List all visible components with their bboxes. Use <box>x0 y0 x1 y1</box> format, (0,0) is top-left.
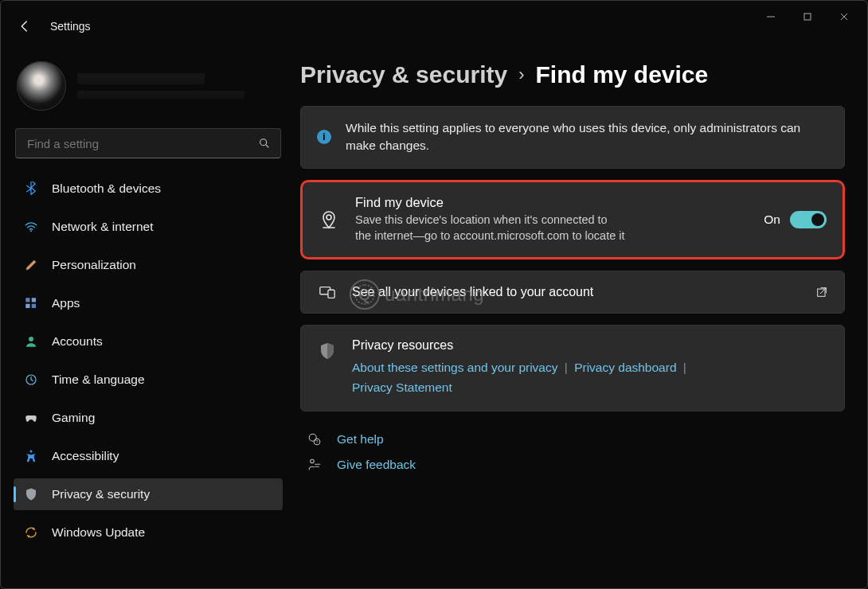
sidebar-item-label: Gaming <box>52 411 95 425</box>
sidebar: Bluetooth & devices Network & internet P… <box>1 41 295 588</box>
svg-text:?: ? <box>315 439 319 444</box>
open-external-icon <box>815 286 828 298</box>
sidebar-item-label: Privacy & security <box>52 487 150 501</box>
give-feedback-link[interactable]: Give feedback <box>307 458 845 472</box>
user-profile[interactable] <box>12 53 284 125</box>
sidebar-item-apps[interactable]: Apps <box>14 287 283 319</box>
find-my-device-toggle[interactable] <box>790 211 827 228</box>
setting-subtitle: Save this device's location when it's co… <box>355 212 626 244</box>
devices-icon <box>317 284 338 300</box>
nav-list: Bluetooth & devices Network & internet P… <box>12 170 284 552</box>
location-pin-icon <box>319 212 339 228</box>
sidebar-item-label: Bluetooth & devices <box>52 181 161 196</box>
info-text: While this setting applies to everyone w… <box>346 119 828 155</box>
sidebar-item-accounts[interactable]: Accounts <box>14 326 283 357</box>
linked-devices-label: See all your devices linked to your acco… <box>352 285 593 299</box>
maximize-button[interactable] <box>789 4 826 29</box>
svg-rect-10 <box>32 304 36 308</box>
svg-rect-9 <box>25 304 29 308</box>
toggle-label: On <box>764 213 780 227</box>
find-my-device-card: Find my device Save this device's locati… <box>300 180 845 259</box>
breadcrumb-parent[interactable]: Privacy & security <box>300 61 507 88</box>
search-input[interactable] <box>25 136 258 151</box>
info-icon: i <box>317 130 331 144</box>
sidebar-item-windows-update[interactable]: Windows Update <box>14 517 283 548</box>
svg-point-14 <box>326 215 331 220</box>
close-button[interactable] <box>826 4 862 29</box>
sidebar-item-label: Windows Update <box>52 525 145 540</box>
sidebar-item-label: Network & internet <box>52 220 154 234</box>
search-icon <box>258 137 271 150</box>
svg-point-4 <box>260 139 267 146</box>
give-feedback-label: Give feedback <box>337 458 416 472</box>
user-email-placeholder <box>77 91 244 99</box>
sidebar-item-label: Time & language <box>52 373 145 387</box>
sidebar-item-personalization[interactable]: Personalization <box>14 249 283 281</box>
svg-point-6 <box>30 230 32 232</box>
resource-link-statement[interactable]: Privacy Statement <box>352 380 452 394</box>
svg-rect-8 <box>32 298 36 302</box>
sidebar-item-label: Personalization <box>52 258 136 272</box>
sidebar-item-bluetooth-devices[interactable]: Bluetooth & devices <box>14 173 283 205</box>
resource-link-dashboard[interactable]: Privacy dashboard <box>574 361 676 374</box>
svg-line-5 <box>266 145 268 147</box>
svg-rect-16 <box>328 290 334 298</box>
linked-devices-card[interactable]: See all your devices linked to your acco… <box>300 271 845 314</box>
sidebar-item-network-internet[interactable]: Network & internet <box>14 211 283 243</box>
wifi-icon <box>23 219 39 235</box>
search-box[interactable] <box>15 128 281 158</box>
person-icon <box>23 334 39 349</box>
svg-rect-1 <box>804 14 811 20</box>
sidebar-item-label: Accessibility <box>52 449 119 463</box>
sidebar-item-accessibility[interactable]: Accessibility <box>14 440 283 472</box>
gamepad-icon <box>23 410 39 426</box>
setting-title: Find my device <box>355 195 626 210</box>
avatar <box>17 61 66 111</box>
user-name-placeholder <box>77 73 205 84</box>
info-banner: i While this setting applies to everyone… <box>300 106 845 169</box>
minimize-button[interactable] <box>753 4 789 29</box>
feedback-icon <box>307 458 323 472</box>
bluetooth-icon <box>23 181 39 197</box>
svg-point-11 <box>29 337 33 341</box>
sidebar-item-label: Apps <box>52 296 80 310</box>
apps-icon <box>23 295 39 311</box>
resources-title: Privacy resources <box>352 338 828 353</box>
resource-link-about[interactable]: About these settings and your privacy <box>352 361 557 374</box>
shield-icon <box>317 343 338 359</box>
sidebar-item-privacy-security[interactable]: Privacy & security <box>14 478 283 510</box>
breadcrumb: Privacy & security › Find my device <box>300 61 845 88</box>
svg-rect-7 <box>25 298 29 302</box>
main-content: Privacy & security › Find my device i Wh… <box>295 41 867 588</box>
svg-point-21 <box>311 459 315 463</box>
svg-point-13 <box>30 451 33 453</box>
sidebar-item-time-language[interactable]: Time & language <box>14 364 283 396</box>
update-icon <box>23 525 39 540</box>
app-title: Settings <box>50 20 91 33</box>
chevron-right-icon: › <box>518 64 524 85</box>
accessibility-icon <box>23 448 39 464</box>
brush-icon <box>23 257 39 273</box>
shield-icon <box>23 486 39 502</box>
back-button[interactable] <box>17 18 33 34</box>
sidebar-item-gaming[interactable]: Gaming <box>14 402 283 434</box>
get-help-label: Get help <box>337 432 384 447</box>
breadcrumb-current: Find my device <box>535 61 708 88</box>
get-help-link[interactable]: ? Get help <box>307 432 845 447</box>
clock-icon <box>23 372 39 388</box>
help-icon: ? <box>307 432 323 447</box>
privacy-resources-card: Privacy resources About these settings a… <box>300 325 845 412</box>
titlebar <box>1 1 867 33</box>
sidebar-item-label: Accounts <box>52 334 103 349</box>
